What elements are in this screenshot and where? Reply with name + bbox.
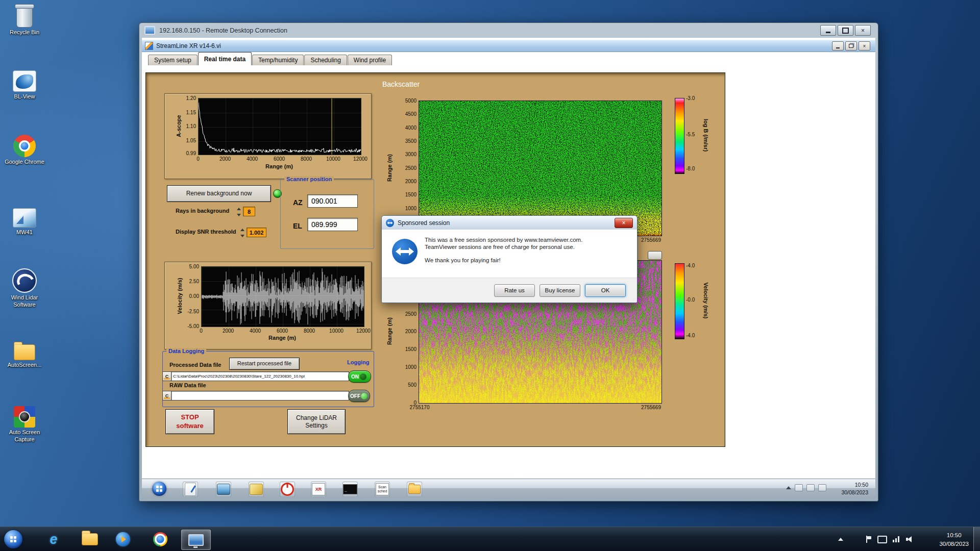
volume-icon[interactable] <box>906 536 914 542</box>
desktop-icon-label: Recycle Bin <box>1 29 48 36</box>
drive-letter: C <box>165 393 169 398</box>
tab-label: Real time data <box>204 56 246 63</box>
sponsored-session-dialog: Sponsored session × This was a free sess… <box>381 215 638 303</box>
show-desktop-button[interactable] <box>973 527 980 551</box>
mw41-icon <box>13 208 36 228</box>
scan-scheduler-taskbar-button[interactable]: Scan sched <box>375 482 390 497</box>
desktop-icon-wind-lidar[interactable]: Wind Lidar Software <box>1 269 48 309</box>
streamline-xr-taskbar-button[interactable]: XR <box>311 482 326 497</box>
velocity-ytick: 2500 <box>395 311 416 317</box>
journal-taskbar-button[interactable] <box>183 482 198 497</box>
change-lidar-settings-button[interactable]: Change LiDAR Settings <box>287 409 346 434</box>
el-value-field[interactable]: 089.999 <box>307 218 358 231</box>
desktop-icon-label: BL-View <box>1 93 48 101</box>
rays-spinner[interactable] <box>236 207 241 217</box>
logging-on-toggle[interactable]: ON <box>348 370 371 383</box>
tab-system-setup[interactable]: System setup <box>148 55 198 65</box>
snr-spinner[interactable] <box>239 228 245 238</box>
ascope-xtick: 10000 <box>322 156 345 162</box>
ascope-xtick: 8000 <box>295 156 317 162</box>
desktop-icon-autoscreen[interactable]: AutoScreen... <box>1 337 48 369</box>
display-taskbar-button[interactable] <box>216 482 231 497</box>
desktop-icon-auto-screen-capture[interactable]: Auto Screen Capture <box>1 404 48 443</box>
off-label: OFF <box>350 393 360 399</box>
host-clock-date: 30/08/2023 <box>939 540 969 548</box>
tab-wind-profile[interactable]: Wind profile <box>348 55 392 65</box>
ascope-xtick: 2000 <box>214 156 236 162</box>
rdp-taskbar-button[interactable] <box>181 530 211 550</box>
app-minimize-button[interactable] <box>832 41 844 51</box>
volume-icon[interactable] <box>806 484 815 491</box>
network-icon[interactable] <box>818 484 826 491</box>
raw-off-toggle[interactable]: OFF <box>348 390 370 402</box>
desktop-icon-bl-view[interactable]: BL-View <box>1 68 48 101</box>
desktop-icon-mw41[interactable]: MW41 <box>1 204 48 236</box>
restart-processed-file-button[interactable]: Restart processed file <box>229 358 300 370</box>
remote-start-button[interactable] <box>152 482 166 496</box>
tab-real-time-data[interactable]: Real time data <box>198 52 252 65</box>
ascope-ytick: 0.99 <box>175 151 196 156</box>
ie-taskbar-button[interactable]: e <box>42 530 65 549</box>
processed-path-browse-button[interactable]: C <box>162 371 172 381</box>
data-logging-title: Data Logging <box>166 348 206 354</box>
host-clock[interactable]: 10:50 30/08/2023 <box>939 531 969 548</box>
desktop-icon-recycle-bin[interactable]: Recycle Bin <box>1 4 48 36</box>
tab-scheduling[interactable]: Scheduling <box>304 55 347 65</box>
power-off-taskbar-button[interactable] <box>280 482 295 497</box>
processed-path-field[interactable]: C:\Lidar\Data\Proc\2023\202308\20230830\… <box>171 371 349 381</box>
ascope-ytick: 1.05 <box>175 138 196 143</box>
start-button[interactable] <box>4 530 22 548</box>
stop-software-button[interactable]: STOP software <box>165 409 214 434</box>
input-indicator-icon[interactable] <box>795 484 803 491</box>
desktop-icon-google-chrome[interactable]: Google Chrome <box>1 134 48 166</box>
raw-path-browse-button[interactable]: C <box>162 391 172 400</box>
remote-clock[interactable]: 10:50 30/08/2023 <box>841 481 868 496</box>
journal-icon <box>185 483 196 496</box>
app-restore-button[interactable] <box>845 41 857 51</box>
tray-expand-icon[interactable] <box>838 538 843 541</box>
command-prompt-taskbar-button[interactable]: _ <box>342 482 358 497</box>
ok-button[interactable]: OK <box>585 284 626 297</box>
chrome-icon <box>153 532 167 546</box>
app-titlebar[interactable]: StreamLine XR v14-6.vi × <box>142 40 875 52</box>
rdp-window-icon <box>144 26 155 35</box>
vscope-xtick: 0 <box>190 328 212 334</box>
velocity-ytick: 2000 <box>395 329 416 334</box>
explorer-taskbar-button[interactable] <box>407 482 422 497</box>
on-label: ON <box>351 374 359 380</box>
explorer-taskbar-button[interactable] <box>78 530 102 549</box>
rdp-minimize-button[interactable] <box>820 25 836 36</box>
chrome-taskbar-button[interactable] <box>149 530 172 549</box>
buy-license-button[interactable]: Buy license <box>540 284 580 297</box>
app-close-button[interactable]: × <box>859 41 870 51</box>
rdp-titlebar[interactable]: 192.168.0.150 - Remote Desktop Connectio… <box>139 23 878 38</box>
dialog-titlebar[interactable]: Sponsored session × <box>382 216 637 230</box>
dialog-close-button[interactable]: × <box>615 218 633 228</box>
map-taskbar-button[interactable] <box>249 482 264 497</box>
remote-clock-date: 30/08/2023 <box>841 489 868 496</box>
rate-us-button[interactable]: Rate us <box>494 284 535 297</box>
tab-temp-humidity[interactable]: Temp/humidity <box>252 55 304 65</box>
rays-value-field[interactable]: 8 <box>243 207 255 216</box>
slider-knob[interactable] <box>648 251 662 260</box>
media-player-taskbar-button[interactable] <box>111 530 135 549</box>
tray-expand-icon[interactable] <box>786 486 791 489</box>
rdp-close-button[interactable]: × <box>855 25 871 36</box>
scanner-position-title: Scanner position <box>284 176 334 182</box>
media-player-icon <box>116 532 130 546</box>
action-center-flag-icon[interactable] <box>866 536 872 543</box>
az-value-field[interactable]: 090.001 <box>307 194 358 208</box>
raw-path-field[interactable] <box>171 391 349 400</box>
backscatter-ylabel: Range (m) <box>386 154 393 182</box>
rdp-maximize-button[interactable] <box>838 25 853 36</box>
velocity-xtick: 2755669 <box>630 405 661 410</box>
network-icon[interactable] <box>893 536 900 542</box>
teamviewer-logo <box>392 239 418 264</box>
snr-value-field[interactable]: 1.002 <box>247 228 266 237</box>
folder-icon <box>408 485 421 494</box>
desktop-icon-label: AutoScreen... <box>1 362 48 369</box>
display-tray-icon[interactable] <box>877 536 887 543</box>
velocity-colorbar-tick: -4.0 <box>686 333 704 338</box>
scan-label-line1: Scan <box>378 485 386 489</box>
renew-background-button[interactable]: Renew background now <box>167 185 271 202</box>
